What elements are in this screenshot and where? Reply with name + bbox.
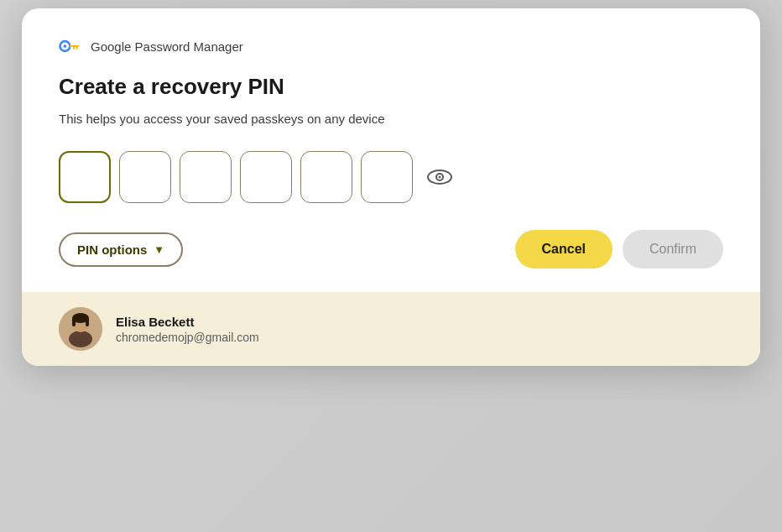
confirm-button[interactable]: Confirm [623,230,723,269]
svg-rect-1 [70,45,80,47]
google-key-icon [59,39,82,54]
svg-point-4 [64,44,67,48]
modal-title: Create a recovery PIN [59,74,723,100]
brand-label: Google Password Manager [91,39,243,54]
chevron-down-icon: ▼ [154,243,164,256]
pin-box-5[interactable] [300,151,352,203]
svg-rect-12 [72,318,76,326]
pin-box-6[interactable] [361,151,413,203]
toggle-pin-visibility-button[interactable] [425,162,455,192]
cancel-button[interactable]: Cancel [515,230,613,269]
action-buttons: Cancel Confirm [515,230,723,269]
user-name: Elisa Beckett [116,315,259,329]
recovery-pin-modal: Google Password Manager Create a recover… [22,8,760,366]
pin-input-row [59,151,723,203]
pin-box-4[interactable] [240,151,292,203]
pin-box-1[interactable] [59,151,111,203]
modal-actions: PIN options ▼ Cancel Confirm [59,230,723,292]
svg-point-7 [439,176,441,179]
user-email: chromedemojp@gmail.com [116,331,259,344]
pin-options-label: PIN options [77,243,147,257]
svg-rect-3 [73,47,75,50]
svg-point-9 [69,331,92,347]
eye-icon [427,168,452,186]
user-info: Elisa Beckett chromedemojp@gmail.com [116,315,259,344]
svg-rect-13 [86,318,89,326]
pin-box-3[interactable] [180,151,232,203]
svg-rect-2 [76,47,78,50]
modal-subtitle: This helps you access your saved passkey… [59,112,723,126]
avatar [59,307,102,351]
user-footer: Elisa Beckett chromedemojp@gmail.com [22,292,760,366]
pin-box-2[interactable] [119,151,171,203]
modal-header: Google Password Manager [59,39,723,54]
pin-options-button[interactable]: PIN options ▼ [59,232,183,267]
